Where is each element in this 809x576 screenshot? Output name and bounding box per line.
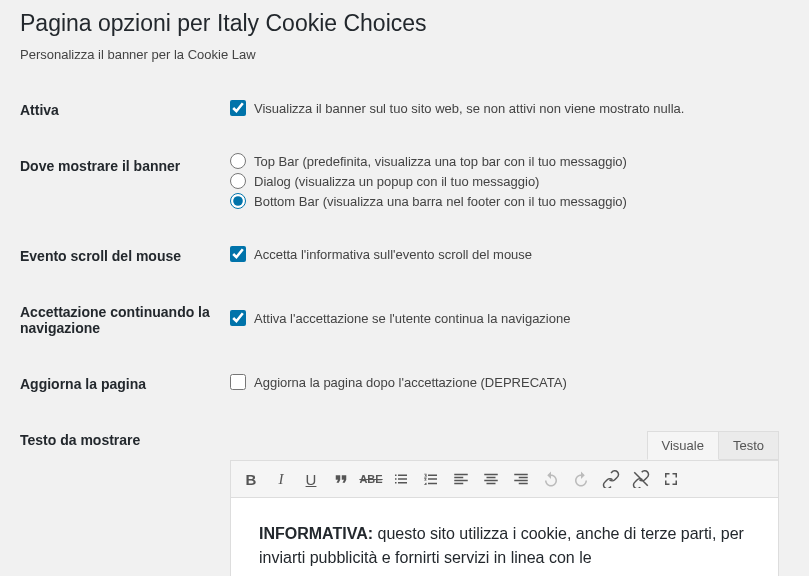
undo-icon [542,470,560,488]
tab-visual[interactable]: Visuale [647,431,719,460]
quote-button[interactable] [327,465,355,493]
continue-nav-checkbox[interactable] [230,310,246,326]
page-title: Pagina opzioni per Italy Cookie Choices [20,10,789,37]
quote-icon [332,470,350,488]
active-checkbox[interactable] [230,100,246,116]
fullscreen-icon [662,470,680,488]
undo-button[interactable] [537,465,565,493]
field-label-text: Testo da mostrare [20,412,220,576]
align-right-button[interactable] [507,465,535,493]
bullet-list-icon [392,470,410,488]
underline-button[interactable]: U [297,465,325,493]
redo-button[interactable] [567,465,595,493]
scroll-text[interactable]: Accetta l'informativa sull'evento scroll… [254,247,532,262]
editor-toolbar: B I U ABE [230,460,779,498]
reload-checkbox[interactable] [230,374,246,390]
align-left-button[interactable] [447,465,475,493]
editor-text-bold: INFORMATIVA: [259,525,373,542]
tab-text[interactable]: Testo [719,431,779,460]
link-icon [602,470,620,488]
editor: Visuale Testo B I U ABE I [230,431,779,576]
position-label-top[interactable]: Top Bar (predefinita, visualizza una top… [254,154,627,169]
strike-button[interactable]: ABE [357,465,385,493]
numbered-list-button[interactable] [417,465,445,493]
field-label-position: Dove mostrare il banner [20,138,220,228]
editor-tabs: Visuale Testo [230,431,779,460]
position-radio-dialog[interactable] [230,173,246,189]
position-radio-bottom[interactable] [230,193,246,209]
editor-content[interactable]: INFORMATIVA: questo sito utilizza i cook… [230,498,779,576]
numbered-list-icon [422,470,440,488]
position-radio-top[interactable] [230,153,246,169]
unlink-button[interactable] [627,465,655,493]
redo-icon [572,470,590,488]
settings-table: Attiva Visualizza il banner sul tuo sito… [20,82,789,576]
italic-button[interactable]: I [267,465,295,493]
align-left-icon [452,470,470,488]
page-subtitle: Personalizza il banner per la Cookie Law [20,47,789,62]
unlink-icon [632,470,650,488]
align-right-icon [512,470,530,488]
field-label-continue-nav: Accettazione continuando la navigazione [20,284,220,356]
active-text[interactable]: Visualizza il banner sul tuo sito web, s… [254,101,684,116]
field-label-active: Attiva [20,82,220,138]
link-button[interactable] [597,465,625,493]
field-label-scroll: Evento scroll del mouse [20,228,220,284]
field-label-reload: Aggiorna la pagina [20,356,220,412]
bold-button[interactable]: B [237,465,265,493]
scroll-checkbox[interactable] [230,246,246,262]
align-center-icon [482,470,500,488]
position-label-bottom[interactable]: Bottom Bar (visualizza una barra nel foo… [254,194,627,209]
reload-text[interactable]: Aggiorna la pagina dopo l'accettazione (… [254,375,567,390]
align-center-button[interactable] [477,465,505,493]
continue-nav-text[interactable]: Attiva l'accettazione se l'utente contin… [254,311,570,326]
fullscreen-button[interactable] [657,465,685,493]
bullet-list-button[interactable] [387,465,415,493]
position-label-dialog[interactable]: Dialog (visualizza un popup con il tuo m… [254,174,539,189]
